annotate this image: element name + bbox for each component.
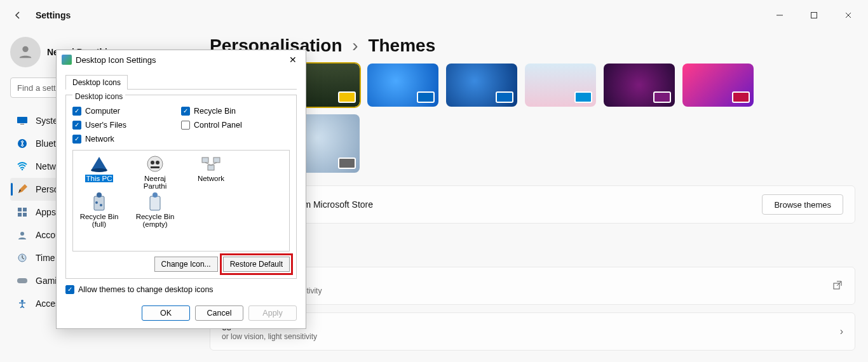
svg-rect-1 [811, 13, 817, 18]
themes-grid [210, 64, 855, 107]
dialog-icon [62, 55, 72, 65]
svg-rect-13 [17, 278, 27, 283]
page-title: Themes [368, 36, 435, 55]
bluetooth-icon [17, 138, 28, 149]
chevron-right-icon: › [840, 326, 843, 337]
change-icon-button[interactable]: Change Icon... [154, 257, 218, 272]
dialog-footer: OK Cancel Apply [57, 300, 306, 328]
content: Personalisation › Themes Get more themes… [210, 30, 855, 351]
svg-point-17 [147, 156, 163, 171]
restore-default-button[interactable]: Restore Default [223, 257, 290, 272]
checkbox-icon [65, 285, 74, 294]
dialog-close-button[interactable]: ✕ [285, 52, 301, 67]
svg-rect-21 [202, 158, 208, 163]
window-controls [770, 6, 858, 25]
check-recycle-bin[interactable]: Recycle Bin [181, 104, 290, 118]
checkbox-icon [72, 135, 81, 144]
accounts-icon [17, 229, 28, 241]
checkbox-icon [72, 107, 81, 116]
check-network[interactable]: Network [72, 132, 181, 146]
open-external-icon [833, 281, 843, 291]
maximize-button[interactable] [804, 6, 824, 25]
svg-point-16 [91, 168, 107, 172]
theme-thumb[interactable] [682, 64, 754, 107]
svg-point-25 [97, 192, 102, 198]
svg-rect-22 [214, 158, 220, 163]
ok-button[interactable]: OK [142, 305, 190, 321]
svg-rect-20 [151, 166, 159, 168]
icon-preview-list: This PC Neeraj Paruthi Network Recycle B… [72, 150, 290, 251]
checkbox-icon [181, 121, 190, 130]
browse-themes-button[interactable]: Browse themes [762, 194, 843, 215]
svg-point-27 [100, 204, 102, 206]
store-bar: Get more themes from Microsoft Store Bro… [210, 185, 855, 224]
svg-point-6 [22, 169, 24, 171]
svg-rect-4 [20, 124, 24, 124]
svg-rect-28 [150, 196, 160, 210]
sidebar-item-label: Apps [36, 207, 56, 217]
svg-point-2 [22, 46, 28, 52]
check-users-files[interactable]: User's Files [72, 118, 181, 132]
system-icon [17, 115, 28, 126]
svg-point-29 [153, 192, 158, 198]
window-title: Settings [36, 10, 71, 20]
wifi-icon [17, 161, 28, 172]
svg-point-26 [95, 201, 98, 204]
icon-this-pc[interactable]: This PC [77, 154, 121, 190]
theme-thumb[interactable] [446, 64, 517, 107]
check-control-panel[interactable]: Control Panel [181, 118, 290, 132]
row-subtext: or low vision, light sensitivity [222, 332, 317, 341]
dialog-titlebar: Desktop Icon Settings ✕ [57, 50, 306, 69]
checkbox-icon [181, 107, 190, 116]
apps-icon [17, 206, 28, 218]
minimize-button[interactable] [770, 6, 789, 25]
svg-point-18 [151, 161, 154, 164]
gaming-icon [17, 275, 28, 286]
contrast-themes-row[interactable]: es or low vision, light sensitivity › [210, 312, 855, 351]
checkbox-icon [72, 121, 81, 130]
theme-thumb[interactable] [367, 64, 438, 107]
breadcrumb: Personalisation › Themes [210, 36, 855, 56]
svg-point-14 [21, 300, 24, 302]
svg-rect-3 [17, 117, 27, 123]
dialog-title: Desktop Icon Settings [76, 55, 156, 65]
clock-icon [17, 252, 28, 264]
icon-network[interactable]: Network [189, 154, 233, 190]
back-button[interactable] [10, 8, 25, 23]
cancel-button[interactable]: Cancel [195, 305, 243, 321]
chevron-right-icon: › [352, 36, 358, 55]
apply-button: Apply [248, 305, 297, 321]
svg-rect-7 [18, 208, 22, 211]
paint-icon [17, 184, 28, 195]
desktop-icon-settings-dialog: Desktop Icon Settings ✕ Desktop Icons De… [56, 50, 306, 329]
icon-recycle-empty[interactable]: Recycle Bin (empty) [133, 192, 177, 228]
svg-point-19 [156, 161, 159, 164]
avatar [10, 37, 41, 67]
theme-thumb[interactable] [604, 64, 675, 107]
svg-rect-9 [18, 213, 22, 217]
icon-recycle-full[interactable]: Recycle Bin (full) [77, 192, 121, 228]
titlebar: Settings [0, 0, 868, 30]
related-heading: Related settings [210, 241, 855, 251]
desktop-icons-group: Desktop icons Computer User's Files Netw… [65, 95, 297, 279]
svg-rect-10 [23, 213, 27, 217]
accessibility-icon [17, 298, 28, 309]
tab-desktop-icons[interactable]: Desktop Icons [65, 75, 128, 90]
svg-rect-23 [208, 165, 214, 170]
check-computer[interactable]: Computer [72, 104, 181, 118]
svg-point-11 [20, 232, 24, 236]
close-button[interactable] [839, 6, 858, 25]
group-legend: Desktop icons [72, 92, 125, 101]
allow-themes-checkbox[interactable]: Allow themes to change desktop icons [65, 285, 297, 294]
icon-user-folder[interactable]: Neeraj Paruthi [133, 154, 177, 190]
svg-rect-8 [23, 208, 27, 211]
desktop-icon-settings-row[interactable]: Desktop icon settings ettings For low vi… [210, 267, 855, 305]
theme-thumb[interactable] [525, 64, 596, 107]
